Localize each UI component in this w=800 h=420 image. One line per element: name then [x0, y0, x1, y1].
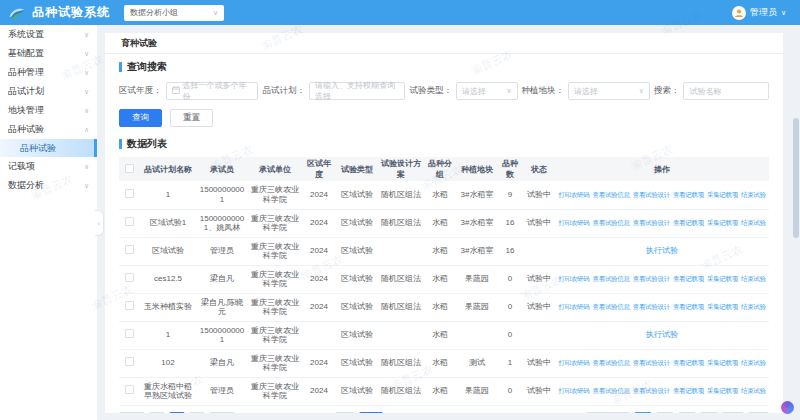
cell-org: 重庆三峡农业科学院 — [247, 265, 303, 293]
action-link[interactable]: 采集记载项 — [707, 387, 738, 394]
action-link[interactable]: 查看记载项 — [673, 387, 704, 394]
cell-actions: 执行试验 — [555, 321, 769, 349]
page-size-option-60[interactable]: 60 — [678, 412, 696, 414]
search-input-5[interactable]: 试验名称 — [683, 82, 769, 100]
sidebar-item-4[interactable]: 品试计划∨ — [0, 82, 97, 101]
action-link[interactable]: 查看记载项 — [673, 275, 704, 282]
page-size-option-80[interactable]: 80 — [700, 412, 718, 414]
action-link[interactable]: 打印农研码 — [559, 359, 590, 366]
row-checkbox[interactable] — [125, 189, 134, 198]
row-checkbox[interactable] — [125, 357, 134, 366]
pagination-first-button[interactable]: 首页 — [119, 412, 145, 414]
action-link[interactable]: 查看记载项 — [673, 191, 704, 198]
action-link[interactable]: 结束试验 — [741, 191, 766, 198]
sidebar-item-5[interactable]: 地块管理∨ — [0, 101, 97, 120]
search-input-2[interactable]: 请输入、支持模糊查询选择 — [309, 82, 406, 100]
action-link[interactable]: 查看试验信息 — [593, 359, 630, 366]
search-select-4[interactable]: 请选择∨ — [568, 82, 650, 100]
sidebar-item-2[interactable]: 基础配置∨ — [0, 44, 97, 63]
search-input-1[interactable]: 选择一个或多个年份 — [166, 82, 259, 100]
row-checkbox[interactable] — [125, 217, 134, 226]
action-link[interactable]: 查看试验设计 — [633, 191, 670, 198]
table-row: ces12.5梁自凡重庆三峡农业科学院2024区域试验随机区组法水稻果蔬园0试验… — [119, 265, 769, 293]
action-link[interactable]: 查看试验信息 — [593, 219, 630, 226]
cell-plot: 果蔬园 — [457, 377, 497, 405]
sidebar: 系统设置∨基础配置∨品种管理∨品试计划∨地块管理∨品种试验∧品种试验记载项∨数据… — [0, 25, 97, 420]
row-checkbox[interactable] — [125, 245, 134, 254]
action-link[interactable]: 查看试验设计 — [633, 219, 670, 226]
sidebar-item-8[interactable]: 数据分析∨ — [0, 176, 97, 195]
chevron-down-icon: ∨ — [213, 9, 218, 17]
cell-name: 1 — [139, 321, 197, 349]
team-select-dropdown[interactable]: 数据分析小组 ∨ — [124, 5, 224, 21]
action-link[interactable]: 打印农研码 — [559, 191, 590, 198]
action-link[interactable]: 打印农研码 — [559, 219, 590, 226]
floating-widget-button[interactable] — [781, 401, 794, 414]
sidebar-item-3[interactable]: 品种管理∨ — [0, 63, 97, 82]
scrollbar-thumb[interactable] — [793, 118, 799, 238]
page-size-option-100[interactable]: 100 — [722, 412, 743, 414]
page-size-option-200[interactable]: 200 — [748, 412, 769, 414]
table-row: 102梁自凡重庆三峡农业科学院2024区域试验随机区组法水稻测试1试验中打印农研… — [119, 349, 769, 377]
action-link[interactable]: 采集记载项 — [707, 275, 738, 282]
row-checkbox[interactable] — [125, 329, 134, 338]
cell-type: 区域试验 — [335, 377, 379, 405]
action-link[interactable]: 查看记载项 — [673, 219, 704, 226]
action-link[interactable]: 查看记载项 — [673, 303, 704, 310]
cell-type: 区域试验 — [335, 321, 379, 349]
action-link[interactable]: 查看试验信息 — [593, 191, 630, 198]
cell-design: 随机区组法 — [379, 377, 423, 405]
action-link[interactable]: 结束试验 — [741, 303, 766, 310]
action-link[interactable]: 查看试验设计 — [633, 387, 670, 394]
tab-breeding-trial[interactable]: 育种试验 — [121, 37, 157, 50]
query-button[interactable]: 查询 — [119, 109, 162, 127]
action-link-execute[interactable]: 执行试验 — [646, 330, 678, 339]
action-link[interactable]: 采集记载项 — [707, 359, 738, 366]
action-link[interactable]: 查看试验信息 — [593, 387, 630, 394]
column-header: 品试计划名称 — [139, 157, 197, 181]
action-link[interactable]: 查看试验设计 — [633, 303, 670, 310]
search-select-3[interactable]: 请选择∨ — [456, 82, 518, 100]
page-size-option-40[interactable]: 40 — [656, 412, 674, 414]
action-link[interactable]: 结束试验 — [741, 359, 766, 366]
row-checkbox[interactable] — [125, 385, 134, 394]
pagination-last-button[interactable]: 末页 — [209, 412, 235, 414]
row-checkbox[interactable] — [125, 301, 134, 310]
reset-button[interactable]: 重置 — [170, 109, 213, 127]
page-scrollbar[interactable] — [793, 33, 799, 413]
action-link[interactable]: 采集记载项 — [707, 303, 738, 310]
action-link[interactable]: 查看试验设计 — [633, 275, 670, 282]
action-link[interactable]: 打印农研码 — [559, 303, 590, 310]
sidebar-item-1[interactable]: 系统设置∨ — [0, 25, 97, 44]
row-checkbox[interactable] — [125, 273, 134, 282]
chevron-down-icon: ∨ — [84, 50, 89, 58]
action-link[interactable]: 打印农研码 — [559, 275, 590, 282]
pagination-prev-button[interactable]: < — [149, 412, 165, 414]
action-link[interactable]: 采集记载项 — [707, 219, 738, 226]
pagination-jump-input[interactable] — [335, 412, 355, 414]
sidebar-collapse-handle[interactable]: ‹ — [95, 210, 104, 236]
action-link[interactable]: 打印农研码 — [559, 387, 590, 394]
pagination-next-button[interactable]: > — [189, 412, 205, 414]
action-link[interactable]: 结束试验 — [741, 219, 766, 226]
cell-status: 试验中 — [523, 209, 555, 237]
pagination-go-button[interactable]: GO — [359, 412, 383, 414]
action-link[interactable]: 查看试验信息 — [593, 275, 630, 282]
action-link[interactable]: 查看试验设计 — [633, 359, 670, 366]
action-link[interactable]: 结束试验 — [741, 387, 766, 394]
sidebar-item-label: 记载项 — [8, 160, 35, 173]
page-size-option-20[interactable]: 20 — [634, 412, 652, 414]
select-all-header — [119, 157, 139, 181]
action-link-execute[interactable]: 执行试验 — [646, 246, 678, 255]
user-menu[interactable]: 管理员 ∨ — [732, 6, 786, 20]
chevron-down-icon: ∨ — [84, 69, 89, 77]
action-link[interactable]: 采集记载项 — [707, 191, 738, 198]
sidebar-item-6[interactable]: 品种试验∧ — [0, 120, 97, 139]
select-all-checkbox[interactable] — [125, 164, 134, 173]
action-link[interactable]: 查看试验信息 — [593, 303, 630, 310]
sidebar-subitem-active[interactable]: 品种试验 — [0, 139, 97, 157]
action-link[interactable]: 查看记载项 — [673, 359, 704, 366]
pagination-page-1[interactable]: 1 — [169, 412, 185, 414]
sidebar-item-7[interactable]: 记载项∨ — [0, 157, 97, 176]
action-link[interactable]: 结束试验 — [741, 275, 766, 282]
